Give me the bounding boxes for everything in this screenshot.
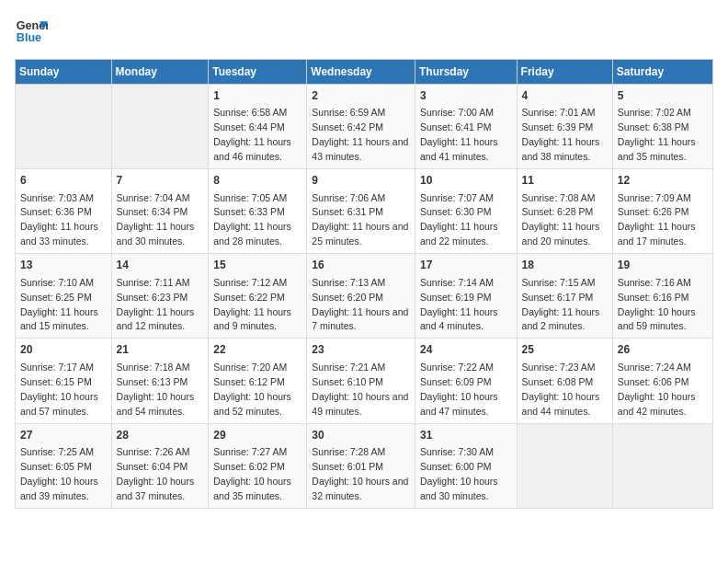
cell-sunset: Sunset: 6:30 PM <box>420 206 492 217</box>
day-number: 13 <box>20 258 107 273</box>
cell-daylight: Daylight: 10 hours and 37 minutes. <box>117 476 195 501</box>
cell-daylight: Daylight: 10 hours and 54 minutes. <box>117 391 195 417</box>
cell-daylight: Daylight: 10 hours and 39 minutes. <box>20 476 98 501</box>
cell-sunset: Sunset: 6:04 PM <box>117 461 188 472</box>
cell-sunrise: Sunrise: 7:01 AM <box>522 107 596 118</box>
cell-daylight: Daylight: 10 hours and 52 minutes. <box>213 391 291 417</box>
calendar-cell: 2Sunrise: 6:59 AMSunset: 6:42 PMDaylight… <box>307 85 415 169</box>
cell-daylight: Daylight: 11 hours and 20 minutes. <box>522 221 600 247</box>
cell-daylight: Daylight: 11 hours and 12 minutes. <box>117 306 195 332</box>
cell-daylight: Daylight: 11 hours and 25 minutes. <box>312 221 408 247</box>
cell-sunrise: Sunrise: 7:23 AM <box>522 362 596 373</box>
cell-daylight: Daylight: 11 hours and 30 minutes. <box>117 221 195 247</box>
cell-daylight: Daylight: 10 hours and 44 minutes. <box>522 391 600 417</box>
calendar-cell: 22Sunrise: 7:20 AMSunset: 6:12 PMDayligh… <box>209 339 307 423</box>
day-number: 19 <box>618 258 708 273</box>
week-row-5: 27Sunrise: 7:25 AMSunset: 6:05 PMDayligh… <box>16 423 713 508</box>
cell-sunset: Sunset: 6:28 PM <box>522 206 594 217</box>
calendar-cell: 16Sunrise: 7:13 AMSunset: 6:20 PMDayligh… <box>307 254 415 339</box>
calendar-cell: 28Sunrise: 7:26 AMSunset: 6:04 PMDayligh… <box>111 423 209 508</box>
cell-daylight: Daylight: 10 hours and 32 minutes. <box>312 476 408 501</box>
cell-sunrise: Sunrise: 7:24 AM <box>618 362 691 373</box>
cell-sunrise: Sunrise: 7:02 AM <box>618 107 691 118</box>
cell-daylight: Daylight: 11 hours and 4 minutes. <box>420 306 498 332</box>
week-row-1: 1Sunrise: 6:58 AMSunset: 6:44 PMDaylight… <box>16 85 713 169</box>
weekday-header-row: SundayMondayTuesdayWednesdayThursdayFrid… <box>16 60 713 85</box>
cell-daylight: Daylight: 11 hours and 46 minutes. <box>213 136 291 162</box>
day-number: 8 <box>213 173 301 189</box>
cell-sunrise: Sunrise: 6:59 AM <box>312 107 385 118</box>
calendar-cell: 23Sunrise: 7:21 AMSunset: 6:10 PMDayligh… <box>307 339 415 423</box>
cell-sunrise: Sunrise: 7:05 AM <box>213 192 287 203</box>
day-number: 6 <box>20 173 107 189</box>
cell-daylight: Daylight: 11 hours and 2 minutes. <box>522 306 600 332</box>
calendar-cell <box>111 85 209 169</box>
cell-sunset: Sunset: 6:41 PM <box>420 121 492 132</box>
cell-sunrise: Sunrise: 7:15 AM <box>522 277 596 288</box>
cell-sunrise: Sunrise: 7:17 AM <box>20 362 94 373</box>
cell-sunset: Sunset: 6:23 PM <box>117 292 188 303</box>
calendar-cell: 24Sunrise: 7:22 AMSunset: 6:09 PMDayligh… <box>415 339 517 423</box>
cell-daylight: Daylight: 10 hours and 30 minutes. <box>420 476 498 501</box>
calendar-cell: 7Sunrise: 7:04 AMSunset: 6:34 PMDaylight… <box>111 169 209 254</box>
day-number: 30 <box>312 428 410 443</box>
cell-daylight: Daylight: 11 hours and 43 minutes. <box>312 136 408 162</box>
day-number: 21 <box>117 342 204 358</box>
cell-sunrise: Sunrise: 7:22 AM <box>420 362 494 373</box>
weekday-header-saturday: Saturday <box>612 60 712 85</box>
weekday-header-wednesday: Wednesday <box>307 60 415 85</box>
cell-daylight: Daylight: 10 hours and 35 minutes. <box>213 476 291 501</box>
calendar-cell: 21Sunrise: 7:18 AMSunset: 6:13 PMDayligh… <box>111 339 209 423</box>
calendar-cell <box>612 423 712 508</box>
weekday-header-thursday: Thursday <box>415 60 517 85</box>
calendar-cell: 25Sunrise: 7:23 AMSunset: 6:08 PMDayligh… <box>517 339 612 423</box>
cell-sunrise: Sunrise: 7:09 AM <box>618 192 691 203</box>
cell-sunset: Sunset: 6:15 PM <box>20 376 92 387</box>
cell-sunrise: Sunrise: 7:12 AM <box>213 277 287 288</box>
cell-sunrise: Sunrise: 7:07 AM <box>420 192 494 203</box>
cell-sunset: Sunset: 6:19 PM <box>420 292 492 303</box>
day-number: 2 <box>312 88 410 104</box>
cell-sunrise: Sunrise: 7:26 AM <box>117 446 190 457</box>
cell-daylight: Daylight: 10 hours and 49 minutes. <box>312 391 408 417</box>
cell-sunrise: Sunrise: 7:25 AM <box>20 446 94 457</box>
day-number: 7 <box>117 173 204 189</box>
calendar-cell: 29Sunrise: 7:27 AMSunset: 6:02 PMDayligh… <box>209 423 307 508</box>
cell-sunrise: Sunrise: 6:58 AM <box>213 107 287 118</box>
day-number: 28 <box>117 428 204 443</box>
calendar-cell: 18Sunrise: 7:15 AMSunset: 6:17 PMDayligh… <box>517 254 612 339</box>
cell-sunset: Sunset: 6:16 PM <box>618 292 689 303</box>
cell-sunrise: Sunrise: 7:20 AM <box>213 362 287 373</box>
cell-sunset: Sunset: 6:25 PM <box>20 292 92 303</box>
weekday-header-monday: Monday <box>111 60 209 85</box>
cell-sunset: Sunset: 6:01 PM <box>312 461 383 472</box>
cell-sunset: Sunset: 6:39 PM <box>522 121 594 132</box>
day-number: 23 <box>312 342 410 358</box>
calendar-cell: 6Sunrise: 7:03 AMSunset: 6:36 PMDaylight… <box>16 169 112 254</box>
cell-daylight: Daylight: 11 hours and 15 minutes. <box>20 306 98 332</box>
cell-sunset: Sunset: 6:26 PM <box>618 206 689 217</box>
calendar-cell: 20Sunrise: 7:17 AMSunset: 6:15 PMDayligh… <box>16 339 112 423</box>
cell-sunrise: Sunrise: 7:14 AM <box>420 277 494 288</box>
weekday-header-friday: Friday <box>517 60 612 85</box>
calendar-cell: 13Sunrise: 7:10 AMSunset: 6:25 PMDayligh… <box>16 254 112 339</box>
day-number: 9 <box>312 173 410 189</box>
cell-sunrise: Sunrise: 7:06 AM <box>312 192 385 203</box>
cell-sunrise: Sunrise: 7:04 AM <box>117 192 190 203</box>
calendar-cell: 27Sunrise: 7:25 AMSunset: 6:05 PMDayligh… <box>16 423 112 508</box>
weekday-header-sunday: Sunday <box>16 60 112 85</box>
cell-sunrise: Sunrise: 7:21 AM <box>312 362 385 373</box>
day-number: 3 <box>420 88 512 104</box>
day-number: 31 <box>420 428 512 443</box>
cell-daylight: Daylight: 11 hours and 9 minutes. <box>213 306 291 332</box>
calendar-cell: 4Sunrise: 7:01 AMSunset: 6:39 PMDaylight… <box>517 85 612 169</box>
calendar-cell: 30Sunrise: 7:28 AMSunset: 6:01 PMDayligh… <box>307 423 415 508</box>
calendar-cell: 31Sunrise: 7:30 AMSunset: 6:00 PMDayligh… <box>415 423 517 508</box>
calendar-cell: 11Sunrise: 7:08 AMSunset: 6:28 PMDayligh… <box>517 169 612 254</box>
day-number: 18 <box>522 258 608 273</box>
day-number: 16 <box>312 258 410 273</box>
day-number: 27 <box>20 428 107 443</box>
cell-sunset: Sunset: 6:08 PM <box>522 376 594 387</box>
cell-sunset: Sunset: 6:20 PM <box>312 292 383 303</box>
cell-sunrise: Sunrise: 7:27 AM <box>213 446 287 457</box>
